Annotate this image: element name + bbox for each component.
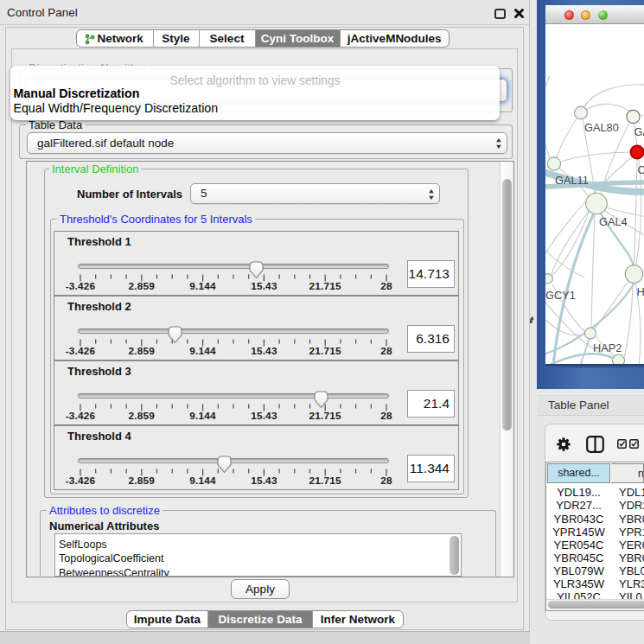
svg-text:GAL80: GAL80 [584, 121, 619, 134]
svg-text:GCY1: GCY1 [545, 289, 576, 302]
svg-text:C: C [638, 163, 644, 176]
svg-text:GAL11: GAL11 [555, 174, 589, 187]
svg-text:GA: GA [634, 125, 644, 138]
svg-text:GAL4: GAL4 [599, 215, 628, 228]
svg-text:H: H [637, 285, 644, 298]
svg-text:HAP2: HAP2 [593, 341, 622, 354]
